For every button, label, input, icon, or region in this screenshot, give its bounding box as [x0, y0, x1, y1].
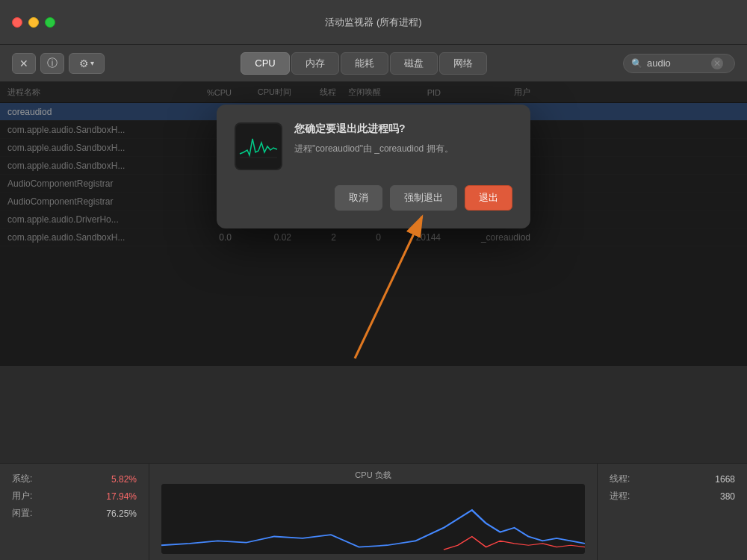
- dialog-buttons: 取消 强制退出 退出: [235, 185, 512, 211]
- quit-button[interactable]: 退出: [465, 185, 512, 211]
- close-process-button[interactable]: ✕: [12, 53, 36, 74]
- quit-dialog: 您确定要退出此进程吗? 进程"coreaudiod"由 _coreaudiod …: [217, 105, 530, 228]
- threads-stat-row: 线程: 1668: [610, 473, 735, 485]
- svg-rect-4: [161, 484, 585, 554]
- processes-label: 进程:: [610, 490, 630, 503]
- idle-value: 76.25%: [106, 508, 137, 519]
- dialog-icon: [235, 122, 282, 170]
- system-label: 系统:: [12, 473, 32, 485]
- toolbar-left: ✕ ⓘ ⚙ ▾: [12, 53, 105, 74]
- tab-network[interactable]: 网络: [439, 52, 487, 75]
- force-quit-button[interactable]: 强制退出: [390, 185, 457, 211]
- cpu-chart: [161, 484, 585, 554]
- search-clear-button[interactable]: ✕: [711, 57, 723, 69]
- processes-value: 380: [720, 491, 735, 502]
- threads-label: 线程:: [610, 473, 630, 485]
- user-value: 17.94%: [106, 491, 137, 502]
- titlebar: 活动监视器 (所有进程): [0, 0, 747, 45]
- user-stat-row: 用户: 17.94%: [12, 490, 137, 503]
- cpu-chart-section: CPU 负载: [149, 464, 598, 560]
- traffic-lights: [12, 17, 55, 28]
- gear-icon: ⚙: [79, 57, 89, 69]
- info-button[interactable]: ⓘ: [40, 53, 64, 74]
- close-button[interactable]: [12, 17, 22, 28]
- system-value: 5.82%: [111, 474, 137, 485]
- toolbar: ✕ ⓘ ⚙ ▾ CPU 内存 能耗 磁盘 网络 🔍 ✕: [0, 45, 747, 82]
- main-area: 进程名称 %CPU CPU时间 线程 空闲唤醒 PID 用户 coreaudio…: [0, 82, 747, 463]
- minimize-button[interactable]: [28, 17, 39, 28]
- svg-rect-0: [236, 124, 281, 169]
- tab-cpu[interactable]: CPU: [241, 52, 289, 75]
- search-input[interactable]: [647, 57, 707, 69]
- system-stat-row: 系统: 5.82%: [12, 473, 137, 485]
- cancel-button[interactable]: 取消: [335, 185, 382, 211]
- user-label: 用户:: [12, 490, 32, 503]
- settings-button[interactable]: ⚙ ▾: [69, 53, 105, 74]
- threads-value: 1668: [715, 474, 735, 485]
- info-icon: ⓘ: [47, 57, 58, 70]
- idle-label: 闲置:: [12, 507, 32, 520]
- idle-stat-row: 闲置: 76.25%: [12, 507, 137, 520]
- dialog-title: 您确定要退出此进程吗?: [294, 122, 512, 136]
- cpu-stats-section: 系统: 5.82% 用户: 17.94% 闲置: 76.25%: [0, 464, 149, 560]
- close-x-icon: ✕: [19, 57, 28, 69]
- stats-bar: 系统: 5.82% 用户: 17.94% 闲置: 76.25% CPU 负载 线…: [0, 463, 747, 560]
- dialog-text-area: 您确定要退出此进程吗? 进程"coreaudiod"由 _coreaudiod …: [294, 122, 512, 170]
- tabs-container: CPU 内存 能耗 磁盘 网络: [112, 52, 616, 75]
- tab-memory[interactable]: 内存: [291, 52, 339, 75]
- search-icon: 🔍: [631, 58, 642, 69]
- dialog-content: 您确定要退出此进程吗? 进程"coreaudiod"由 _coreaudiod …: [235, 122, 512, 170]
- tab-disk[interactable]: 磁盘: [390, 52, 438, 75]
- dialog-description: 进程"coreaudiod"由 _coreaudiod 拥有。: [294, 142, 512, 155]
- maximize-button[interactable]: [45, 17, 55, 28]
- window-title: 活动监视器 (所有进程): [325, 16, 421, 29]
- search-box[interactable]: 🔍 ✕: [623, 54, 735, 73]
- stats-right-section: 线程: 1668 进程: 380: [598, 464, 747, 560]
- processes-stat-row: 进程: 380: [610, 490, 735, 503]
- chevron-down-icon: ▾: [90, 59, 94, 67]
- chart-title: CPU 负载: [161, 470, 585, 481]
- tab-energy[interactable]: 能耗: [341, 52, 388, 75]
- dialog-overlay: 您确定要退出此进程吗? 进程"coreaudiod"由 _coreaudiod …: [0, 82, 747, 366]
